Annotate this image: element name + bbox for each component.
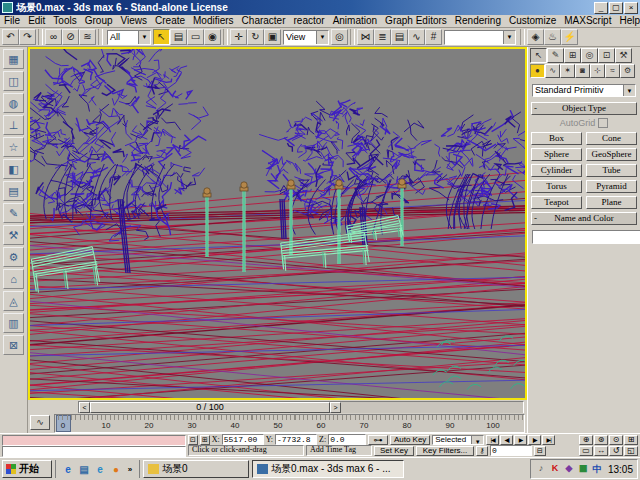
subtab-geometry[interactable]: ●	[530, 64, 545, 78]
set-key-button[interactable]: Set Key	[374, 446, 414, 456]
browser-icon[interactable]: e	[92, 461, 108, 477]
menu-group[interactable]: Group	[81, 15, 117, 27]
ie-icon[interactable]: e	[60, 461, 76, 477]
menu-animation[interactable]: Animation	[329, 15, 381, 27]
layers-tool-icon[interactable]: ▤	[3, 181, 24, 201]
pan-icon[interactable]: ↔	[594, 446, 608, 456]
half-box-tool-icon[interactable]: ◧	[3, 159, 24, 179]
key-mode-toggle[interactable]: ⚷	[476, 446, 488, 456]
object-type-cone[interactable]: Cone	[586, 132, 637, 145]
restore-button[interactable]: ▢	[609, 2, 623, 14]
object-type-plane[interactable]: Plane	[586, 196, 637, 209]
menu-customize[interactable]: Customize	[505, 15, 560, 27]
reference-coordinate-dropdown[interactable]: View▼	[283, 30, 329, 45]
absolute-offset-toggle[interactable]: ⊞	[200, 435, 210, 445]
mirror-icon[interactable]: ⋈	[357, 29, 374, 45]
time-configuration-button[interactable]: ⊟	[534, 446, 546, 456]
chevron-down-icon[interactable]: ▼	[503, 31, 515, 44]
bind-to-space-warp-icon[interactable]: ≋	[79, 29, 96, 45]
pencil-tool-icon[interactable]: ✎	[3, 203, 24, 223]
star-tool-icon[interactable]: ☆	[3, 137, 24, 157]
kingsoft-tray-icon[interactable]: K	[549, 463, 561, 476]
y-coordinate-field[interactable]	[275, 434, 317, 445]
media-player-icon[interactable]: ●	[108, 461, 124, 477]
object-type-cylinder[interactable]: Cylinder	[531, 164, 582, 177]
select-object-icon[interactable]: ↖	[153, 29, 170, 45]
previous-frame-button[interactable]: ◀|	[500, 435, 513, 445]
select-by-name-icon[interactable]: ▤	[170, 29, 187, 45]
schematic-view-icon[interactable]: #	[425, 29, 442, 45]
sphere-tool-icon[interactable]: ◍	[3, 93, 24, 113]
menu-views[interactable]: Views	[117, 15, 152, 27]
chevron-down-icon[interactable]: ▼	[138, 31, 150, 44]
menu-rendering[interactable]: Rendering	[451, 15, 505, 27]
arc-rotate-icon[interactable]: ↺	[609, 446, 623, 456]
go-to-end-button[interactable]: ▶|	[542, 435, 555, 445]
current-frame-field[interactable]	[490, 445, 532, 456]
name-color-rollout-header[interactable]: - Name and Color	[531, 212, 637, 225]
geometry-category-dropdown[interactable]: Standard Primitiv ▼	[532, 84, 636, 97]
perspective-viewport[interactable]	[28, 47, 527, 400]
volume-tray-icon[interactable]: ♪	[535, 463, 547, 476]
time-slider-prev-button[interactable]: <	[79, 402, 90, 413]
macro-recorder-field[interactable]	[2, 435, 186, 446]
graphics-tray-icon[interactable]: ▦	[577, 463, 589, 476]
subtab-shapes[interactable]: ∿	[545, 64, 560, 78]
axis-tool-icon[interactable]: ⊥	[3, 115, 24, 135]
zoom-extents-all-icon[interactable]: ⊞	[624, 435, 638, 445]
undo-icon[interactable]: ↶	[2, 29, 19, 45]
object-type-teapot[interactable]: Teapot	[531, 196, 582, 209]
menu-character[interactable]: Character	[238, 15, 290, 27]
selection-filter-dropdown[interactable]: All▼	[107, 30, 151, 45]
z-coordinate-field[interactable]	[328, 434, 366, 445]
chevron-down-icon[interactable]: ▼	[316, 31, 328, 44]
x-coordinate-field[interactable]	[222, 434, 264, 445]
region-zoom-icon[interactable]: ▭	[579, 446, 593, 456]
object-type-pyramid[interactable]: Pyramid	[586, 180, 637, 193]
go-to-start-button[interactable]: |◀	[486, 435, 499, 445]
named-selection-sets-dropdown[interactable]: ▼	[444, 30, 516, 45]
start-button[interactable]: 开始	[2, 460, 52, 478]
set-keys-key-icon[interactable]: ⊶	[368, 435, 388, 445]
select-and-move-icon[interactable]: ✛	[230, 29, 247, 45]
track-bar-ruler[interactable]: 0102030405060708090100	[54, 414, 525, 433]
home-tool-icon[interactable]: ⌂	[3, 269, 24, 289]
add-time-tag[interactable]: Add Time Tag	[306, 445, 372, 456]
menu-reactor[interactable]: reactor	[290, 15, 329, 27]
object-type-geosphere[interactable]: GeoSphere	[586, 148, 637, 161]
tab-create[interactable]: ↖	[530, 48, 547, 63]
rectangular-selection-region-icon[interactable]: ▭	[187, 29, 204, 45]
chevron-down-icon[interactable]: ▼	[623, 85, 635, 96]
play-button[interactable]: ▶	[514, 435, 527, 445]
cube-tool-icon[interactable]: ▦	[3, 49, 24, 69]
use-pivot-center-icon[interactable]: ◎	[331, 29, 348, 45]
render-scene-icon[interactable]: ♨	[544, 29, 561, 45]
tab-modify[interactable]: ✎	[547, 48, 564, 63]
menu-maxscript[interactable]: MAXScript	[560, 15, 615, 27]
subtab-helpers[interactable]: ⊹	[590, 64, 605, 78]
object-type-torus[interactable]: Torus	[531, 180, 582, 193]
menu-graph-editors[interactable]: Graph Editors	[381, 15, 451, 27]
zoom-all-icon[interactable]: ⊛	[594, 435, 608, 445]
cylinder-tool-icon[interactable]: ◫	[3, 71, 24, 91]
tab-hierarchy[interactable]: ⊞	[564, 48, 581, 63]
menu-tools[interactable]: Tools	[49, 15, 80, 27]
auto-key-button[interactable]: Auto Key	[390, 435, 430, 445]
zoom-icon[interactable]: ⊕	[579, 435, 593, 445]
task-button[interactable]: 场景0	[143, 460, 249, 478]
grid-tool-icon[interactable]: ▥	[3, 313, 24, 333]
zoom-extents-icon[interactable]: ⊙	[609, 435, 623, 445]
object-name-input[interactable]	[532, 230, 640, 244]
object-type-sphere[interactable]: Sphere	[531, 148, 582, 161]
menu-file[interactable]: File	[0, 15, 24, 27]
chevron-down-icon[interactable]: ▼	[471, 436, 483, 444]
next-frame-button[interactable]: |▶	[528, 435, 541, 445]
time-slider-next-button[interactable]: >	[330, 402, 341, 413]
tab-motion[interactable]: ◎	[581, 48, 598, 63]
cross-box-tool-icon[interactable]: ⊠	[3, 335, 24, 355]
select-and-rotate-icon[interactable]: ↻	[247, 29, 264, 45]
menu-edit[interactable]: Edit	[24, 15, 49, 27]
hammer-tool-icon[interactable]: ⚒	[3, 225, 24, 245]
unlink-selection-icon[interactable]: ⊘	[62, 29, 79, 45]
subtab-lights[interactable]: ✶	[560, 64, 575, 78]
